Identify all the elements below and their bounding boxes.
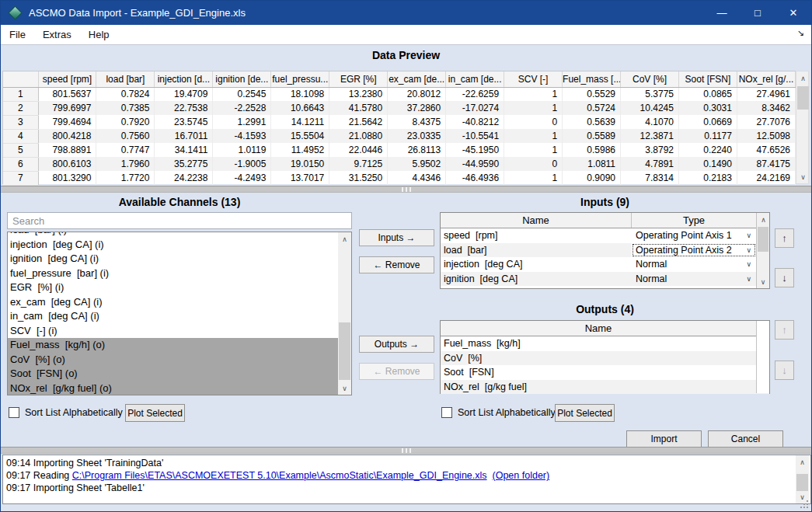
list-item[interactable]: in_cam [deg CA] (i) <box>8 309 339 324</box>
inputs-table-row[interactable]: ignition [deg CA]Normal∨ <box>441 272 769 287</box>
chevron-down-icon[interactable]: ∨ <box>746 257 751 272</box>
cell: 801.5637 <box>38 87 96 101</box>
table-row[interactable]: 5798.88910.774734.14111.011911.495222.04… <box>3 143 796 157</box>
log-vertical-scrollbar: ∧ ∨ <box>796 455 809 503</box>
outputs-table-row[interactable]: NOx_rel [g/kg fuel] <box>441 380 769 395</box>
list-item[interactable]: injection [deg CA] (i) <box>8 238 339 253</box>
chevron-down-icon[interactable]: ∨ <box>746 243 751 258</box>
column-header[interactable]: in_cam [de... <box>446 71 504 87</box>
cell: 11.4952 <box>271 143 329 157</box>
table-row[interactable]: 4800.42180.756016.7011-4.159315.550421.0… <box>3 129 796 143</box>
list-item[interactable]: load [bar] (i) <box>8 232 339 238</box>
scroll-thumb[interactable] <box>339 322 350 380</box>
input-name-cell[interactable]: load [bar] <box>441 243 632 258</box>
cell: 0.7747 <box>96 143 155 157</box>
input-type-dropdown[interactable]: Operating Point Axis 1∨ <box>632 228 756 243</box>
outputs-transfer-button[interactable]: Outputs → <box>359 336 434 353</box>
table-row[interactable]: 7801.32901.772024.2238-4.249313.701731.5… <box>3 171 796 185</box>
outputs-table-row[interactable]: Fuel_mass [kg/h] <box>441 336 769 351</box>
cancel-button[interactable]: Cancel <box>708 430 783 448</box>
table-row[interactable]: 3799.46940.792023.57451.299114.121121.56… <box>3 115 796 129</box>
menu-extras[interactable]: Extras <box>34 26 80 44</box>
scroll-thumb[interactable] <box>797 86 809 110</box>
list-item[interactable]: ignition [deg CA] (i) <box>8 252 339 266</box>
table-row[interactable]: 6800.61031.796035.2775-1.900519.01509.71… <box>3 157 796 171</box>
scroll-up-icon[interactable]: ∧ <box>796 71 810 85</box>
list-item[interactable]: Soot [FSN] (o) <box>8 367 339 381</box>
column-header[interactable]: SCV [-] <box>504 71 563 87</box>
scroll-thumb[interactable] <box>796 474 808 491</box>
scroll-down-icon[interactable]: ∨ <box>757 275 769 288</box>
list-item[interactable]: CoV [%] (o) <box>8 353 339 367</box>
output-name-cell[interactable]: NOx_rel [g/kg fuel] <box>441 380 756 395</box>
menu-file[interactable]: File <box>1 26 34 44</box>
output-name-cell[interactable]: Soot [FSN] <box>441 365 756 380</box>
column-header[interactable]: ignition [de... <box>213 71 271 87</box>
table-row[interactable]: 1801.56370.782419.47090.254518.109813.23… <box>3 87 796 101</box>
plot-selected-button-right[interactable]: Plot Selected <box>555 404 615 422</box>
close-button[interactable]: ✕ <box>775 1 811 25</box>
input-type-dropdown[interactable]: Operating Point Axis 2∨ <box>632 243 756 258</box>
resize-grip[interactable] <box>800 500 808 509</box>
input-name-cell[interactable]: ignition [deg CA] <box>441 272 632 287</box>
input-name-cell[interactable]: speed [rpm] <box>441 228 632 243</box>
inputs-table-row[interactable]: speed [rpm]Operating Point Axis 1∨ <box>441 228 769 243</box>
search-input[interactable] <box>7 212 352 229</box>
log-line: 09:14 Importing Sheet 'TrainingData' <box>6 457 807 469</box>
column-header[interactable]: fuel_pressu... <box>271 71 329 87</box>
sort-checkbox[interactable] <box>441 407 452 418</box>
inputs-table-row[interactable]: injection [deg CA]Normal∨ <box>441 257 769 272</box>
scroll-up-icon[interactable]: ∧ <box>757 213 770 226</box>
maximize-button[interactable]: □ <box>740 1 775 25</box>
open-folder-link[interactable]: (Open folder) <box>493 470 550 481</box>
column-header[interactable]: ex_cam [de... <box>388 71 446 87</box>
cell: 22.0446 <box>329 143 388 157</box>
column-header[interactable]: speed [rpm] <box>38 71 96 87</box>
scroll-up-icon[interactable]: ∧ <box>796 455 809 468</box>
plot-selected-button-left[interactable]: Plot Selected <box>125 404 185 422</box>
scroll-up-icon[interactable]: ∧ <box>338 232 351 246</box>
minimize-button[interactable]: — <box>704 1 740 25</box>
column-header[interactable]: EGR [%] <box>329 71 388 87</box>
input-type-value: Operating Point Axis 2 <box>636 245 732 256</box>
menu-help[interactable]: Help <box>80 26 118 44</box>
input-type-dropdown[interactable]: Normal∨ <box>632 257 756 272</box>
scroll-down-icon[interactable]: ∨ <box>796 170 810 183</box>
list-item[interactable]: Fuel_mass [kg/h] (o) <box>8 338 339 353</box>
import-button[interactable]: Import <box>626 430 702 448</box>
inputs-transfer-button[interactable]: Inputs → <box>359 229 434 246</box>
column-header[interactable]: injection [d... <box>155 71 213 87</box>
column-header[interactable]: CoV [%] <box>621 71 679 87</box>
column-header[interactable]: NOx_rel [g/... <box>737 71 795 87</box>
titlebar[interactable]: ASCMO Data Import - Example_GDI_Engine.x… <box>1 1 811 25</box>
output-name-cell[interactable]: CoV [%] <box>441 351 756 366</box>
remove-inputs-button[interactable]: ← Remove <box>359 256 434 273</box>
output-name-cell[interactable]: Fuel_mass [kg/h] <box>441 336 756 351</box>
dock-arrow-icon[interactable]: ↘ <box>797 28 804 38</box>
scroll-down-icon[interactable]: ∨ <box>338 381 351 395</box>
list-item[interactable]: fuel_pressure [bar] (i) <box>8 266 339 281</box>
horizontal-splitter-bottom[interactable] <box>1 447 811 454</box>
list-item[interactable]: EGR [%] (i) <box>8 280 339 295</box>
file-path-link[interactable]: C:\Program Files\ETAS\ASCMOEXETEST 5.10\… <box>72 470 487 481</box>
inputs-table-row[interactable]: load [bar]Operating Point Axis 2∨ <box>441 243 769 258</box>
list-item[interactable]: ex_cam [deg CA] (i) <box>8 295 339 310</box>
list-item[interactable]: SCV [-] (i) <box>8 324 339 339</box>
horizontal-splitter-top[interactable] <box>1 186 811 193</box>
column-header[interactable]: Soot [FSN] <box>678 71 737 87</box>
outputs-table-row[interactable]: CoV [%] <box>441 351 769 366</box>
move-input-up-button[interactable]: ↑ <box>775 228 794 248</box>
column-header[interactable]: Fuel_mass [... <box>563 71 621 87</box>
input-type-dropdown[interactable]: Normal∨ <box>632 272 756 287</box>
scroll-thumb[interactable] <box>758 227 768 252</box>
sort-checkbox[interactable] <box>9 407 19 418</box>
chevron-down-icon[interactable]: ∨ <box>746 272 751 287</box>
column-header[interactable]: load [bar] <box>96 71 155 87</box>
chevron-down-icon[interactable]: ∨ <box>746 228 751 243</box>
outputs-table-row[interactable]: Soot [FSN] <box>441 365 769 380</box>
input-name-cell[interactable]: injection [deg CA] <box>441 257 632 272</box>
list-item[interactable]: NOx_rel [g/kg fuel] (o) <box>8 381 339 396</box>
move-input-down-button[interactable]: ↓ <box>775 268 794 287</box>
table-row[interactable]: 2799.69970.738522.7538-2.252810.664341.5… <box>3 101 796 115</box>
cell: 0.5639 <box>563 115 621 129</box>
